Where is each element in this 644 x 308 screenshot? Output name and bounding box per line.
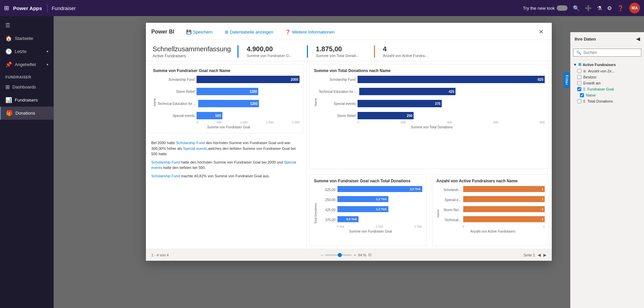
dashboard-icon: ⊞: [5, 84, 10, 90]
zoom-minus-icon[interactable]: −: [321, 253, 323, 257]
zoom-slider[interactable]: [325, 254, 352, 256]
modal-close-button[interactable]: ✕: [536, 27, 546, 37]
chart4-x-title: Anzahl von Active Fundraisers: [441, 230, 545, 233]
main-area: Filter Ihre Daten ◀ 🔍 ▼ ⊞ Active Fundrai…: [54, 16, 644, 308]
app-name: Fundraiser: [52, 5, 76, 11]
filter-section: ▼ ⊞ Active Fundraisers ⊞ Anzahl von Ze..…: [571, 60, 644, 107]
sidebar-item-startseite[interactable]: 🏠 Startseite: [0, 32, 54, 45]
fundraisers-icon: 📊: [5, 97, 12, 103]
sidebar-item-donations[interactable]: 🎁 Donations: [0, 107, 54, 120]
avatar[interactable]: MA: [629, 3, 640, 13]
chart4-y-label: Name: [436, 209, 440, 218]
chart4-bar-1: Scholarsh... 1: [441, 186, 545, 193]
powerbi-modal: Power BI 💾 Speichern ⊞ Datentabelle anze…: [146, 23, 552, 261]
filter-checkbox-anzahl[interactable]: [577, 69, 581, 73]
desc-link-2[interactable]: Special events: [183, 146, 207, 150]
chart4-bar-4: Technical... 1: [441, 216, 545, 224]
sidebar-item-fundraisers[interactable]: 📊 Fundraisers: [0, 94, 54, 107]
table-icon-sm: ⊞: [583, 69, 586, 73]
settings-icon[interactable]: ⚙: [607, 5, 612, 11]
filter-checkbox-erstellt[interactable]: [577, 81, 581, 85]
charts-area: Summe von Fundraiser Goal nach Name Name…: [146, 61, 552, 249]
sidebar-item-hamburger[interactable]: ☰: [0, 19, 54, 32]
try-new-look-label: Try the new look: [523, 5, 568, 11]
chart1-x-title: Summe von Fundraiser Goal: [158, 125, 300, 129]
modal-body: Schnellzusammenfassung Active Fundraiser…: [146, 40, 552, 249]
chart3-x-title: Summe von Fundraiser Goal: [319, 230, 422, 233]
filter-icon[interactable]: ⚗: [597, 5, 602, 11]
chart1-bar-1: Scholarship Fund 2000: [158, 76, 300, 83]
filter-item-fundraiser-goal[interactable]: Σ Fundraiser Goal: [573, 86, 641, 92]
kpi-value-3: 4: [383, 45, 428, 53]
prev-page-icon[interactable]: ◀: [538, 253, 541, 257]
chart3-title: Summe von Fundraiser Goal nach Total Don…: [314, 179, 422, 183]
chart1-title: Summe von Fundraiser Goal nach Name: [153, 68, 300, 73]
kpi-label-1: Summe von Fundraiser G...: [247, 54, 292, 58]
fit-page-icon[interactable]: ⊡: [368, 253, 371, 257]
right-panel-search-area: 🔍: [571, 46, 644, 60]
chart1-bars: Scholarship Fund 2000: [158, 76, 300, 119]
desc-link-1[interactable]: Scholarship Fund: [176, 141, 205, 145]
waffle-icon[interactable]: ⊞: [4, 4, 9, 12]
search-input[interactable]: [583, 50, 638, 55]
chart1-x-labels: 0 500 1.000 1.500 2.000: [158, 121, 300, 124]
info-icon: ❓: [285, 29, 290, 35]
sidebar-item-letzte[interactable]: 🕐 Letzte ▾: [0, 45, 54, 58]
filter-item-total-donations[interactable]: Σ Total Donations: [573, 98, 641, 104]
help-icon[interactable]: ❓: [617, 5, 624, 11]
chart2-title: Summe von Total Donations nach Name: [314, 68, 545, 73]
collapse-panel-icon[interactable]: ◀: [636, 36, 640, 42]
desc-link-5[interactable]: Scholarship Fund: [151, 174, 180, 178]
filter-item-name[interactable]: Name: [573, 92, 641, 98]
filter-group-header[interactable]: ▼ ⊞ Active Fundraisers: [573, 62, 641, 67]
pin-icon: 📌: [5, 61, 12, 68]
topbar-right: Try the new look 🔍 ➕ ⚗ ⚙ ❓ MA: [523, 3, 640, 13]
chart2-x-title: Summe von Total Donations: [319, 125, 545, 129]
table-icon: ⊞: [578, 62, 581, 67]
add-icon[interactable]: ➕: [585, 5, 592, 11]
next-page-icon[interactable]: ▶: [543, 253, 546, 257]
sidebar: ☰ 🏠 Startseite 🕐 Letzte ▾ 📌 Angeheftet ▾…: [0, 16, 54, 308]
zoom-plus-icon[interactable]: +: [354, 253, 356, 257]
filter-checkbox-total-donations[interactable]: [577, 99, 581, 103]
filter-item-besitzer[interactable]: Besitzer: [573, 74, 641, 80]
chart1-y-label: Name: [153, 98, 156, 106]
chart2-bars: Scholarship Fund 825: [319, 76, 545, 119]
zoom-bar: − + 94 % ⊡: [321, 253, 371, 257]
chart4-title: Anzahl von Active Fundraisers nach Name: [436, 179, 545, 183]
sidebar-item-angeheftet[interactable]: 📌 Angeheftet ▾: [0, 58, 54, 71]
chart3-box: Summe von Fundraiser Goal nach Total Don…: [310, 174, 427, 246]
summary-title-section: Schnellzusammenfassung Active Fundraiser…: [153, 45, 231, 58]
chart3-bar-4: 375,00 0,5 Tsd.: [319, 216, 422, 224]
main-layout: ☰ 🏠 Startseite 🕐 Letzte ▾ 📌 Angeheftet ▾…: [0, 16, 644, 308]
sidebar-section-fundraiser: Fundraiser: [0, 71, 54, 80]
modal-action-datatable[interactable]: ⊞ Datentabelle anzeigen: [222, 28, 276, 36]
filter-checkbox-fundraiser-goal[interactable]: [577, 87, 581, 91]
expand-icon: ▼: [573, 63, 577, 67]
search-icon-small: 🔍: [576, 50, 581, 55]
modal-action-save[interactable]: 💾 Speichern: [183, 28, 215, 36]
kpi-label-3: Anzahl von Active Fundra...: [383, 54, 428, 58]
summary-subtitle: Active Fundraisers: [153, 54, 231, 58]
chart2-bar-4: Storm Relief 250: [319, 112, 545, 119]
chart3-bars: 625,00 2,0 Tsd.: [319, 186, 422, 224]
filter-item-erstellt[interactable]: Erstellt am: [573, 80, 641, 86]
desc-link-3[interactable]: Scholarship Fund: [151, 160, 180, 164]
sidebar-item-dashboards[interactable]: ⊞ Dashboards: [0, 80, 54, 94]
chart2-bar-2: Technical Education for ... 425: [319, 88, 545, 95]
modal-action-info[interactable]: ❓ Weitere Informationen: [282, 28, 337, 36]
filter-checkbox-name[interactable]: [580, 93, 584, 97]
search-icon[interactable]: 🔍: [573, 5, 580, 11]
sidebar-label-letzte: Letzte: [15, 49, 26, 54]
sidebar-label-startseite: Startseite: [15, 36, 33, 41]
filter-panel-label[interactable]: Filter: [564, 72, 570, 88]
filter-checkbox-besitzer[interactable]: [577, 75, 581, 79]
topbar-divider: [47, 4, 48, 12]
chart3-bar-2: 250,00 1,2 Tsd.: [319, 196, 422, 203]
try-new-look-toggle[interactable]: [557, 5, 568, 11]
charts-bottom-row: Summe von Fundraiser Goal nach Total Don…: [307, 172, 552, 249]
filter-item-anzahl[interactable]: ⊞ Anzahl von Ze...: [573, 68, 641, 74]
modal-title: Power BI: [151, 29, 174, 35]
summary-header: Schnellzusammenfassung Active Fundraiser…: [146, 40, 552, 61]
search-box[interactable]: 🔍: [573, 49, 641, 57]
